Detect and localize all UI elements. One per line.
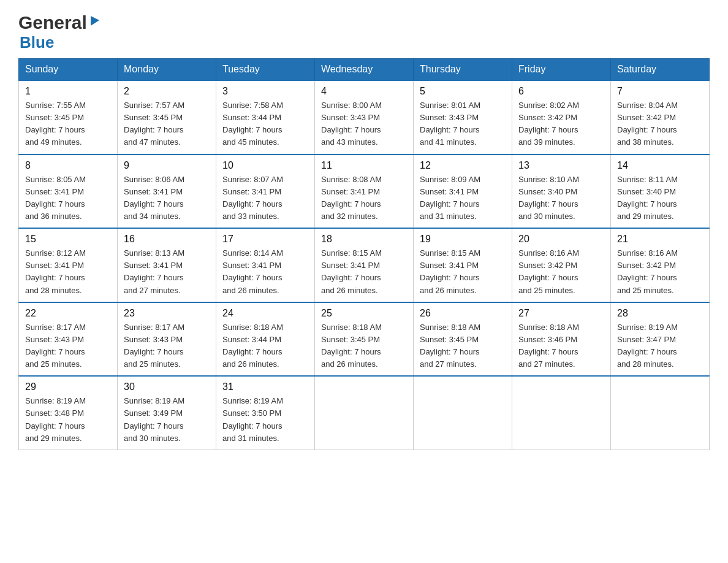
day-info: Sunrise: 8:08 AM Sunset: 3:41 PM Dayligh…: [321, 174, 407, 223]
day-info: Sunrise: 8:05 AM Sunset: 3:41 PM Dayligh…: [25, 174, 111, 223]
day-number: 7: [617, 86, 703, 97]
day-info: Sunrise: 8:02 AM Sunset: 3:42 PM Dayligh…: [518, 99, 604, 149]
calendar-day-cell: 7 Sunrise: 8:04 AM Sunset: 3:42 PM Dayli…: [611, 80, 710, 155]
calendar-day-cell: 8 Sunrise: 8:05 AM Sunset: 3:41 PM Dayli…: [19, 155, 118, 229]
day-info: Sunrise: 8:06 AM Sunset: 3:41 PM Dayligh…: [124, 174, 210, 223]
day-number: 5: [420, 86, 506, 97]
calendar-day-cell: 22 Sunrise: 8:17 AM Sunset: 3:43 PM Dayl…: [19, 302, 118, 377]
day-info: Sunrise: 8:13 AM Sunset: 3:41 PM Dayligh…: [124, 247, 210, 297]
calendar-day-cell: 19 Sunrise: 8:15 AM Sunset: 3:41 PM Dayl…: [414, 228, 512, 302]
calendar-day-cell: 12 Sunrise: 8:09 AM Sunset: 3:41 PM Dayl…: [414, 155, 512, 229]
calendar-day-cell: 20 Sunrise: 8:16 AM Sunset: 3:42 PM Dayl…: [512, 228, 611, 302]
day-info: Sunrise: 8:14 AM Sunset: 3:41 PM Dayligh…: [222, 247, 308, 297]
logo-arrow-icon: [88, 13, 102, 29]
day-info: Sunrise: 8:10 AM Sunset: 3:40 PM Dayligh…: [518, 174, 604, 223]
day-number: 28: [617, 308, 703, 319]
day-number: 20: [518, 234, 604, 245]
day-number: 11: [321, 160, 407, 171]
page-header: General Blue: [18, 12, 710, 52]
day-info: Sunrise: 8:19 AM Sunset: 3:47 PM Dayligh…: [617, 321, 703, 371]
calendar-day-cell: 23 Sunrise: 8:17 AM Sunset: 3:43 PM Dayl…: [118, 302, 216, 377]
calendar-day-cell: 11 Sunrise: 8:08 AM Sunset: 3:41 PM Dayl…: [315, 155, 414, 229]
calendar-day-header: Sunday: [19, 59, 118, 81]
day-info: Sunrise: 8:00 AM Sunset: 3:43 PM Dayligh…: [321, 99, 407, 149]
logo-blue-text: Blue: [20, 33, 54, 52]
calendar-day-cell: 31 Sunrise: 8:19 AM Sunset: 3:50 PM Dayl…: [216, 376, 315, 450]
calendar-day-cell: 25 Sunrise: 8:18 AM Sunset: 3:45 PM Dayl…: [315, 302, 414, 377]
day-info: Sunrise: 8:18 AM Sunset: 3:45 PM Dayligh…: [321, 321, 407, 371]
calendar-day-header: Tuesday: [216, 59, 315, 81]
day-info: Sunrise: 8:01 AM Sunset: 3:43 PM Dayligh…: [420, 99, 506, 149]
calendar-day-cell: 21 Sunrise: 8:16 AM Sunset: 3:42 PM Dayl…: [611, 228, 710, 302]
day-number: 18: [321, 234, 407, 245]
day-info: Sunrise: 8:04 AM Sunset: 3:42 PM Dayligh…: [617, 99, 703, 149]
day-info: Sunrise: 8:17 AM Sunset: 3:43 PM Dayligh…: [25, 321, 111, 371]
calendar-day-cell: 16 Sunrise: 8:13 AM Sunset: 3:41 PM Dayl…: [118, 228, 216, 302]
day-info: Sunrise: 7:57 AM Sunset: 3:45 PM Dayligh…: [124, 99, 210, 149]
calendar-day-cell: 5 Sunrise: 8:01 AM Sunset: 3:43 PM Dayli…: [414, 80, 512, 155]
day-number: 29: [25, 381, 111, 393]
day-number: 31: [222, 381, 308, 393]
calendar-day-header: Wednesday: [315, 59, 414, 81]
day-number: 16: [124, 234, 210, 245]
day-info: Sunrise: 8:18 AM Sunset: 3:45 PM Dayligh…: [420, 321, 506, 371]
calendar-day-cell: 15 Sunrise: 8:12 AM Sunset: 3:41 PM Dayl…: [19, 228, 118, 302]
calendar-day-cell: 26 Sunrise: 8:18 AM Sunset: 3:45 PM Dayl…: [414, 302, 512, 377]
day-number: 22: [25, 308, 111, 319]
calendar-day-cell: 24 Sunrise: 8:18 AM Sunset: 3:44 PM Dayl…: [216, 302, 315, 377]
day-info: Sunrise: 8:11 AM Sunset: 3:40 PM Dayligh…: [617, 174, 703, 223]
day-info: Sunrise: 8:19 AM Sunset: 3:48 PM Dayligh…: [25, 395, 111, 445]
calendar-day-cell: 4 Sunrise: 8:00 AM Sunset: 3:43 PM Dayli…: [315, 80, 414, 155]
calendar-day-header: Saturday: [611, 59, 710, 81]
day-number: 10: [222, 160, 308, 171]
day-number: 19: [420, 234, 506, 245]
calendar-day-cell: 9 Sunrise: 8:06 AM Sunset: 3:41 PM Dayli…: [118, 155, 216, 229]
day-number: 17: [222, 234, 308, 245]
calendar-day-cell: 13 Sunrise: 8:10 AM Sunset: 3:40 PM Dayl…: [512, 155, 611, 229]
calendar-day-cell: 17 Sunrise: 8:14 AM Sunset: 3:41 PM Dayl…: [216, 228, 315, 302]
day-number: 2: [124, 86, 210, 97]
day-info: Sunrise: 8:18 AM Sunset: 3:46 PM Dayligh…: [518, 321, 604, 371]
calendar-day-cell: 10 Sunrise: 8:07 AM Sunset: 3:41 PM Dayl…: [216, 155, 315, 229]
calendar-day-header: Friday: [512, 59, 611, 81]
day-info: Sunrise: 8:16 AM Sunset: 3:42 PM Dayligh…: [617, 247, 703, 297]
day-number: 13: [518, 160, 604, 171]
calendar-day-cell: 30 Sunrise: 8:19 AM Sunset: 3:49 PM Dayl…: [118, 376, 216, 450]
day-number: 27: [518, 308, 604, 319]
svg-marker-0: [91, 16, 99, 26]
calendar-day-cell: [512, 376, 611, 450]
day-info: Sunrise: 8:07 AM Sunset: 3:41 PM Dayligh…: [222, 174, 308, 223]
calendar-day-cell: 28 Sunrise: 8:19 AM Sunset: 3:47 PM Dayl…: [611, 302, 710, 377]
calendar-week-row: 22 Sunrise: 8:17 AM Sunset: 3:43 PM Dayl…: [19, 302, 710, 377]
calendar-day-cell: 6 Sunrise: 8:02 AM Sunset: 3:42 PM Dayli…: [512, 80, 611, 155]
logo-general-text: General: [18, 12, 87, 33]
day-info: Sunrise: 8:15 AM Sunset: 3:41 PM Dayligh…: [420, 247, 506, 297]
day-number: 25: [321, 308, 407, 319]
day-number: 3: [222, 86, 308, 97]
calendar-day-cell: [414, 376, 512, 450]
day-info: Sunrise: 8:16 AM Sunset: 3:42 PM Dayligh…: [518, 247, 604, 297]
day-number: 15: [25, 234, 111, 245]
calendar-header-row: SundayMondayTuesdayWednesdayThursdayFrid…: [19, 59, 710, 81]
day-info: Sunrise: 8:17 AM Sunset: 3:43 PM Dayligh…: [124, 321, 210, 371]
day-info: Sunrise: 8:09 AM Sunset: 3:41 PM Dayligh…: [420, 174, 506, 223]
calendar-day-cell: 18 Sunrise: 8:15 AM Sunset: 3:41 PM Dayl…: [315, 228, 414, 302]
day-info: Sunrise: 7:58 AM Sunset: 3:44 PM Dayligh…: [222, 99, 308, 149]
calendar-week-row: 1 Sunrise: 7:55 AM Sunset: 3:45 PM Dayli…: [19, 80, 710, 155]
calendar-day-header: Monday: [118, 59, 216, 81]
day-number: 26: [420, 308, 506, 319]
calendar-day-cell: 1 Sunrise: 7:55 AM Sunset: 3:45 PM Dayli…: [19, 80, 118, 155]
calendar-day-header: Thursday: [414, 59, 512, 81]
day-info: Sunrise: 7:55 AM Sunset: 3:45 PM Dayligh…: [25, 99, 111, 149]
day-number: 4: [321, 86, 407, 97]
logo: General Blue: [18, 12, 102, 52]
day-number: 23: [124, 308, 210, 319]
day-number: 21: [617, 234, 703, 245]
day-number: 24: [222, 308, 308, 319]
calendar-day-cell: [315, 376, 414, 450]
calendar-day-cell: 29 Sunrise: 8:19 AM Sunset: 3:48 PM Dayl…: [19, 376, 118, 450]
day-info: Sunrise: 8:19 AM Sunset: 3:50 PM Dayligh…: [222, 395, 308, 445]
calendar-week-row: 29 Sunrise: 8:19 AM Sunset: 3:48 PM Dayl…: [19, 376, 710, 450]
calendar-day-cell: 27 Sunrise: 8:18 AM Sunset: 3:46 PM Dayl…: [512, 302, 611, 377]
day-info: Sunrise: 8:19 AM Sunset: 3:49 PM Dayligh…: [124, 395, 210, 445]
